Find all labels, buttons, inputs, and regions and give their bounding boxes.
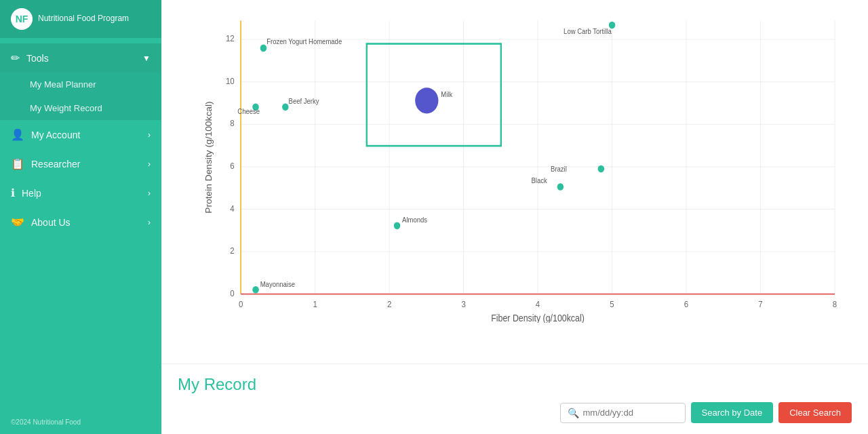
search-input[interactable]: mm/dd/yy:dd [583, 408, 678, 418]
svg-text:Fiber Density (g/100kcal): Fiber Density (g/100kcal) [491, 313, 585, 323]
svg-text:5: 5 [610, 299, 614, 309]
my-record-title: My Record [178, 375, 852, 394]
svg-text:Cheese: Cheese [237, 108, 260, 116]
help-label: Help [22, 188, 41, 199]
svg-text:Milk: Milk [441, 91, 453, 99]
svg-text:12: 12 [226, 34, 235, 44]
data-point-frozen-yogurt [260, 45, 267, 52]
svg-text:Protein Density (g/100kcal): Protein Density (g/100kcal) [204, 101, 214, 213]
svg-text:3: 3 [461, 299, 466, 309]
app-logo: NF [11, 8, 33, 30]
main-content: 0 2 4 6 8 10 12 0 1 2 3 4 5 6 7 8 Fiber … [161, 0, 868, 434]
data-point-mayonnaise [252, 286, 259, 294]
data-point-black [557, 183, 564, 191]
svg-text:Almonds: Almonds [402, 216, 427, 224]
app-title: Nutritional Food Program [38, 14, 129, 24]
bottom-section: My Record 🔍 mm/dd/yy:dd Search by Date C… [161, 363, 868, 434]
researcher-icon: 📋 [11, 157, 24, 170]
svg-text:8: 8 [230, 119, 235, 129]
search-icon: 🔍 [568, 408, 579, 418]
sidebar-header: NF Nutritional Food Program [0, 0, 161, 38]
sidebar-item-tools[interactable]: ✏ Tools ▼ [0, 43, 161, 73]
svg-text:Beef Jerky: Beef Jerky [289, 97, 320, 105]
data-point-beef-jerky [282, 104, 289, 111]
sidebar-footer: ©2024 Nutritional Food [0, 410, 161, 434]
researcher-chevron-right-icon: › [148, 159, 151, 169]
about-label: About Us [31, 217, 71, 228]
svg-text:7: 7 [758, 299, 763, 309]
svg-text:2: 2 [230, 246, 235, 256]
clear-search-button[interactable]: Clear Search [778, 402, 852, 423]
svg-text:8: 8 [833, 299, 837, 309]
data-point-milk-large [415, 87, 438, 113]
scatter-chart: 0 2 4 6 8 10 12 0 1 2 3 4 5 6 7 8 Fiber … [202, 14, 848, 323]
svg-text:Frozen Yogurt Homemade: Frozen Yogurt Homemade [267, 37, 342, 45]
account-icon: 👤 [11, 128, 24, 141]
account-label: My Account [31, 130, 80, 140]
sidebar-item-meal-planner[interactable]: My Meal Planner [0, 73, 161, 96]
svg-text:Mayonnaise: Mayonnaise [260, 281, 296, 289]
help-chevron-right-icon: › [148, 189, 151, 198]
svg-text:6: 6 [684, 299, 689, 309]
tools-submenu: My Meal Planner My Weight Record [0, 73, 161, 120]
sidebar-item-about[interactable]: 🤝 About Us › [0, 208, 161, 237]
data-point-almonds [394, 222, 401, 230]
svg-text:Brazil: Brazil [551, 165, 567, 174]
sidebar-item-researcher[interactable]: 📋 Researcher › [0, 149, 161, 178]
svg-text:4: 4 [536, 299, 540, 309]
account-chevron-right-icon: › [148, 130, 151, 140]
sidebar-item-weight-record[interactable]: My Weight Record [0, 96, 161, 120]
tools-label: Tools [26, 53, 49, 64]
about-icon: 🤝 [11, 216, 24, 229]
tools-icon: ✏ [11, 52, 20, 64]
about-chevron-right-icon: › [148, 218, 151, 227]
sidebar-item-account[interactable]: 👤 My Account › [0, 120, 161, 149]
help-icon: ℹ [11, 186, 15, 199]
sidebar-item-help[interactable]: ℹ Help › [0, 178, 161, 208]
scatter-chart-area: 0 2 4 6 8 10 12 0 1 2 3 4 5 6 7 8 Fiber … [161, 0, 868, 363]
sidebar: NF Nutritional Food Program ✏ Tools ▼ My… [0, 0, 161, 434]
search-bar: 🔍 mm/dd/yy:dd Search by Date Clear Searc… [178, 402, 852, 423]
svg-text:2: 2 [387, 299, 392, 309]
tools-chevron-down-icon: ▼ [142, 54, 151, 63]
svg-text:Low Carb Tortilla: Low Carb Tortilla [564, 27, 612, 35]
researcher-label: Researcher [31, 159, 80, 170]
data-point-brazil [598, 165, 605, 173]
svg-text:4: 4 [230, 203, 235, 214]
search-input-wrapper[interactable]: 🔍 mm/dd/yy:dd [560, 403, 686, 423]
svg-text:1: 1 [313, 299, 317, 309]
svg-text:10: 10 [226, 76, 235, 86]
svg-text:6: 6 [230, 161, 235, 171]
search-by-date-button[interactable]: Search by Date [691, 402, 774, 423]
svg-text:0: 0 [239, 299, 243, 309]
svg-text:Black: Black [532, 177, 548, 185]
nav-section: ✏ Tools ▼ My Meal Planner My Weight Reco… [0, 38, 161, 410]
svg-text:0: 0 [230, 288, 235, 298]
